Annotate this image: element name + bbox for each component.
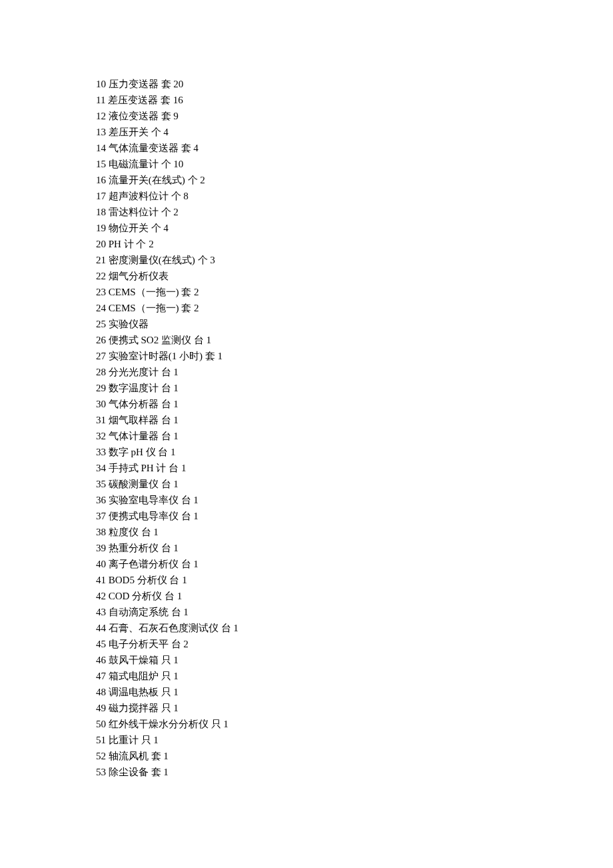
item-qty: 2 — [149, 239, 154, 249]
item-number: 41 — [96, 575, 106, 585]
item-number: 31 — [96, 415, 106, 425]
item-number: 34 — [96, 463, 106, 473]
item-number: 53 — [96, 767, 106, 777]
item-number: 50 — [96, 719, 106, 729]
item-qty: 1 — [173, 687, 179, 697]
item-unit: 台 — [171, 639, 181, 649]
item-qty: 4 — [163, 127, 169, 137]
item-number: 49 — [96, 703, 106, 713]
item-unit: 个 — [161, 159, 171, 169]
item-qty: 4 — [163, 223, 169, 233]
item-number: 45 — [96, 639, 106, 649]
item-name: 磁力搅拌器 — [109, 703, 159, 713]
item-unit: 只 — [161, 703, 171, 713]
item-name: COD 分析仪 — [109, 591, 162, 601]
item-unit: 台 — [158, 447, 168, 457]
item-qty: 1 — [206, 335, 211, 345]
item-number: 27 — [96, 351, 106, 361]
list-item: 11 差压变送器 套 16 — [96, 92, 613, 108]
list-item: 28 分光光度计 台 1 — [96, 364, 613, 380]
item-unit: 台 — [169, 575, 179, 585]
item-name: BOD5 分析仪 — [109, 575, 167, 585]
item-name: 电磁流量计 — [109, 159, 159, 169]
item-name: PH 计 — [109, 239, 134, 249]
item-number: 24 — [96, 303, 106, 313]
item-qty: 20 — [173, 79, 183, 89]
item-unit: 套 — [161, 95, 171, 105]
item-number: 11 — [96, 95, 105, 105]
item-name: 气体计量器 — [109, 431, 159, 441]
item-number: 13 — [96, 127, 106, 137]
item-qty: 4 — [193, 143, 199, 153]
item-name: 离子色谱分析仪 — [109, 559, 179, 569]
item-number: 51 — [96, 735, 106, 745]
item-number: 38 — [96, 527, 106, 537]
list-item: 40 离子色谱分析仪 台 1 — [96, 556, 613, 572]
item-unit: 套 — [181, 287, 191, 297]
list-item: 31 烟气取样器 台 1 — [96, 412, 613, 428]
item-qty: 1 — [173, 367, 179, 377]
list-item: 42 COD 分析仪 台 1 — [96, 588, 613, 604]
item-unit: 套 — [161, 111, 171, 121]
item-number: 23 — [96, 287, 106, 297]
item-unit: 个 — [198, 255, 208, 265]
item-qty: 1 — [173, 703, 179, 713]
item-name: 自动滴定系统 — [109, 607, 169, 617]
item-unit: 台 — [161, 479, 171, 489]
item-qty: 9 — [173, 111, 179, 121]
item-name: 手持式 PH 计 — [109, 463, 167, 473]
list-item: 53 除尘设备 套 1 — [96, 764, 613, 780]
item-unit: 套 — [181, 303, 191, 313]
item-number: 26 — [96, 335, 106, 345]
list-item: 39 热重分析仪 台 1 — [96, 540, 613, 556]
list-item: 20 PH 计 个 2 — [96, 236, 613, 252]
list-item: 24 CEMS（一拖一) 套 2 — [96, 300, 613, 316]
item-name: 液位变送器 — [109, 111, 159, 121]
item-unit: 台 — [181, 511, 191, 521]
list-item: 38 粒度仪 台 1 — [96, 524, 613, 540]
item-number: 33 — [96, 447, 106, 457]
list-item: 12 液位变送器 套 9 — [96, 108, 613, 124]
item-name: 烟气分析仪表 — [109, 271, 169, 281]
item-name: 超声波料位计 — [109, 191, 169, 201]
item-number: 20 — [96, 239, 106, 249]
item-unit: 只 — [161, 687, 171, 697]
item-qty: 1 — [183, 607, 189, 617]
item-number: 36 — [96, 495, 106, 505]
item-unit: 台 — [165, 591, 175, 601]
item-qty: 2 — [200, 175, 205, 185]
item-qty: 1 — [163, 767, 169, 777]
item-qty: 1 — [173, 671, 179, 681]
list-item: 34 手持式 PH 计 台 1 — [96, 460, 613, 476]
item-number: 21 — [96, 255, 106, 265]
item-name: 除尘设备 — [109, 767, 149, 777]
list-item: 10 压力变送器 套 20 — [96, 76, 613, 92]
list-item: 22 烟气分析仪表 — [96, 268, 613, 284]
item-name: 物位开关 — [109, 223, 149, 233]
item-number: 30 — [96, 399, 106, 409]
item-unit: 只 — [211, 719, 221, 729]
item-unit: 个 — [151, 223, 161, 233]
item-unit: 台 — [194, 335, 204, 345]
item-number: 48 — [96, 687, 106, 697]
item-name: 压力变送器 — [109, 79, 159, 89]
item-qty: 8 — [183, 191, 189, 201]
item-name: 箱式电阻炉 — [109, 671, 159, 681]
list-item: 36 实验室电导率仪 台 1 — [96, 492, 613, 508]
list-item: 41 BOD5 分析仪 台 1 — [96, 572, 613, 588]
list-item: 46 鼓风干燥箱 只 1 — [96, 652, 613, 668]
list-item: 50 红外线干燥水分分析仪 只 1 — [96, 716, 613, 732]
item-name: CEMS（一拖一) — [109, 287, 179, 297]
item-unit: 台 — [141, 527, 151, 537]
item-qty: 1 — [153, 527, 159, 537]
item-qty: 1 — [173, 543, 179, 553]
item-unit: 只 — [161, 671, 171, 681]
item-qty: 1 — [153, 735, 159, 745]
item-qty: 1 — [173, 399, 179, 409]
item-unit: 套 — [151, 767, 161, 777]
list-item: 14 气体流量变送器 套 4 — [96, 140, 613, 156]
item-qty: 2 — [173, 207, 179, 217]
item-unit: 台 — [181, 559, 191, 569]
list-item: 32 气体计量器 台 1 — [96, 428, 613, 444]
list-item: 18 雷达料位计 个 2 — [96, 204, 613, 220]
